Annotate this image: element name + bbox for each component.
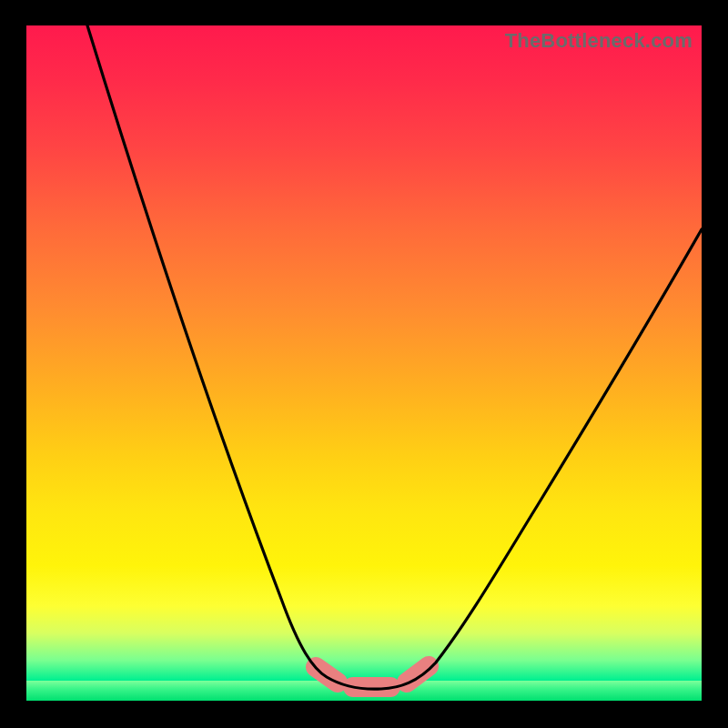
bottleneck-curve (87, 25, 702, 689)
chart-frame: TheBottleneck.com (0, 0, 728, 728)
curve-svg (26, 25, 702, 701)
plot-area: TheBottleneck.com (26, 25, 702, 701)
minimum-markers (316, 666, 429, 687)
